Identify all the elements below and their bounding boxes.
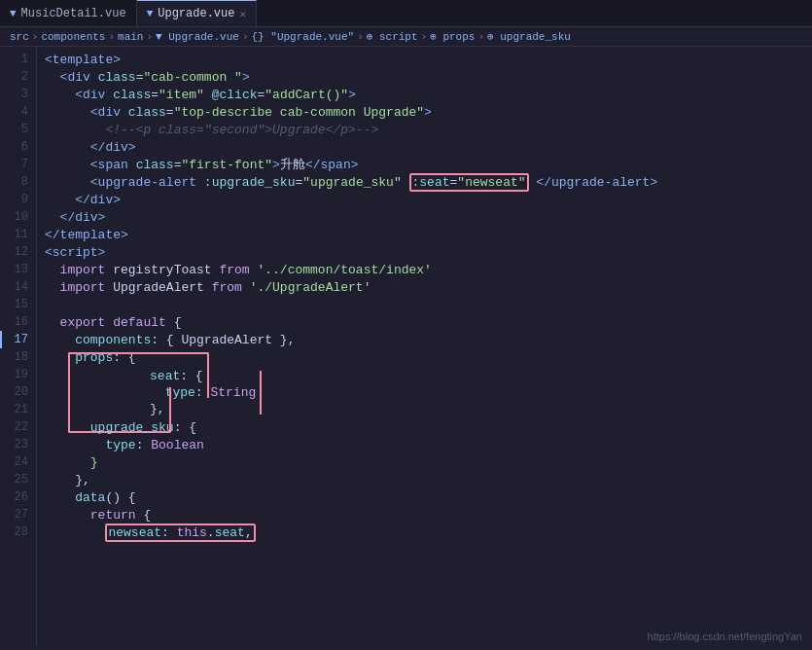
code-line-28: newseat: this.seat, xyxy=(37,524,812,541)
ln-19: 19 xyxy=(0,366,36,383)
code-line-14: import UpgradeAlert from './UpgradeAlert… xyxy=(37,278,812,296)
code-line-16: export default { xyxy=(37,313,812,331)
ln-3: 3 xyxy=(0,86,36,103)
ln-18: 18 xyxy=(0,348,36,366)
code-line-10: </div> xyxy=(37,208,812,226)
ln-11: 11 xyxy=(0,226,36,243)
code-line-24: } xyxy=(37,453,812,471)
ln-10: 10 xyxy=(0,208,36,226)
code-line-8: <upgrade-alert :upgrade_sku="upgrade_sku… xyxy=(37,173,812,191)
code-area: 1 2 3 4 5 6 7 8 9 10 11 12 13 14 15 16 1… xyxy=(0,47,812,646)
tab-close-icon[interactable]: ✕ xyxy=(239,8,246,20)
ln-20: 20 xyxy=(0,383,36,401)
code-line-23: type: Boolean xyxy=(37,436,812,453)
code-line-9: </div> xyxy=(37,191,812,208)
ln-28: 28 xyxy=(0,524,36,541)
ln-15: 15 xyxy=(0,296,36,313)
ln-9: 9 xyxy=(0,191,36,208)
code-line-3: <div class="item" @click="addCart()"> xyxy=(37,86,812,103)
ln-22: 22 xyxy=(0,418,36,436)
line-numbers: 1 2 3 4 5 6 7 8 9 10 11 12 13 14 15 16 1… xyxy=(0,47,37,646)
ln-7: 7 xyxy=(0,156,36,173)
breadcrumb: src › components › main › ▼ Upgrade.vue … xyxy=(0,27,812,47)
vue-icon: ▼ xyxy=(10,8,17,19)
ln-6: 6 xyxy=(0,138,36,156)
code-line-5: <!--<p class="second">Upgrade</p>--> xyxy=(37,121,812,138)
code-content: <template> <div class="cab-common "> <di… xyxy=(37,47,812,646)
code-line-27: return { xyxy=(37,506,812,524)
title-bar: ▼ MusicDetail.vue ▼ Upgrade.vue ✕ xyxy=(0,0,812,27)
code-line-1: <template> xyxy=(37,51,812,68)
code-line-26: data() { xyxy=(37,488,812,506)
code-line-22: upgrade_sku: { xyxy=(37,418,812,436)
ln-23: 23 xyxy=(0,436,36,453)
ln-21: 21 xyxy=(0,401,36,418)
code-line-25: }, xyxy=(37,471,812,488)
ln-8: 8 xyxy=(0,173,36,191)
code-line-11: </template> xyxy=(37,226,812,243)
tab-upgrade-label: Upgrade.vue xyxy=(158,7,234,20)
ln-2: 2 xyxy=(0,68,36,86)
ln-12: 12 xyxy=(0,243,36,261)
ln-25: 25 xyxy=(0,471,36,488)
ln-17: 17 xyxy=(0,331,36,348)
ln-14: 14 xyxy=(0,278,36,296)
tab-musicdetail-label: MusicDetail.vue xyxy=(21,7,126,20)
ln-24: 24 xyxy=(0,453,36,471)
ln-27: 27 xyxy=(0,506,36,524)
code-line-15 xyxy=(37,296,812,313)
tab-musicdetail[interactable]: ▼ MusicDetail.vue xyxy=(0,0,137,26)
vue-icon-2: ▼ xyxy=(147,8,154,19)
code-line-21: }, xyxy=(37,401,812,418)
watermark: https://blog.csdn.net/fengtingYan xyxy=(648,631,802,642)
code-line-4: <div class="top-describe cab-common Upgr… xyxy=(37,103,812,121)
ln-5: 5 xyxy=(0,121,36,138)
code-line-6: </div> xyxy=(37,138,812,156)
ln-16: 16 xyxy=(0,313,36,331)
code-line-13: import registryToast from '../common/toa… xyxy=(37,261,812,278)
ln-13: 13 xyxy=(0,261,36,278)
code-line-12: <script> xyxy=(37,243,812,261)
code-line-7: <span class="first-font">升舱</span> xyxy=(37,156,812,173)
ln-1: 1 xyxy=(0,51,36,68)
code-line-17: components: { UpgradeAlert }, xyxy=(37,331,812,348)
code-line-2: <div class="cab-common "> xyxy=(37,68,812,86)
ln-4: 4 xyxy=(0,103,36,121)
ln-26: 26 xyxy=(0,488,36,506)
tab-upgrade[interactable]: ▼ Upgrade.vue ✕ xyxy=(137,0,257,26)
